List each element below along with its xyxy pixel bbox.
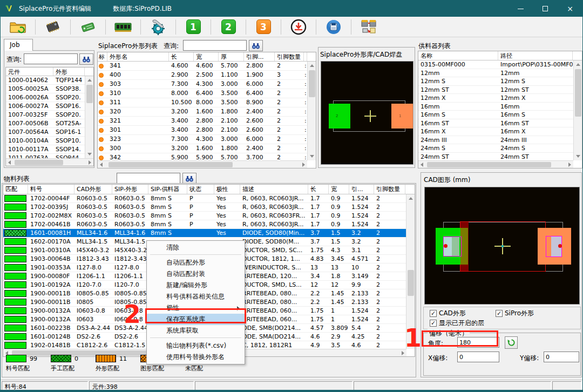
mat-col-polarity[interactable]: 极性 (214, 185, 240, 194)
mat-col-sipshape[interactable]: SIP-外形 (112, 185, 148, 194)
shape-col-width[interactable]: 宽 (194, 52, 219, 61)
material-row[interactable]: 1601-00081H MLL34-1.6 MLL34-1.6 8mm S Ye… (3, 229, 415, 238)
mat-col-match[interactable]: 匹配 (3, 185, 28, 194)
feeder-row[interactable]: 16mm 16mm (418, 103, 582, 111)
step-3-button[interactable]: 3 (254, 18, 273, 36)
shape-row[interactable]: 303 7.300 4.300 3.000 6.000 2 : (98, 80, 316, 89)
job-vscrollbar[interactable] (85, 76, 93, 158)
shape-vscroll-thumb[interactable] (309, 70, 315, 97)
job-row[interactable]: 1005-00025A SSOP38. (6, 85, 93, 93)
mat-col-sipfeeder[interactable]: SIP-供料器 (148, 185, 187, 194)
shape-row[interactable]: 311 10.500 8.000 3.500 8.900 2 : (98, 98, 316, 107)
job-row[interactable]: 1006-00027A SSOP16. (6, 102, 93, 111)
shape-row[interactable]: 301 3.400 2.800 2.100 2.600 2 : (98, 126, 316, 135)
feeder-row[interactable]: 12mm 12mm (418, 69, 582, 78)
feeder-row[interactable]: 12mm S 12mm S (418, 77, 582, 86)
shape-search-input[interactable] (183, 40, 247, 51)
job-hscroll-thumb[interactable] (15, 160, 63, 165)
feeder-row[interactable]: 12mm X 12mm X (418, 94, 582, 103)
shape-col-thickness[interactable]: 厚 (219, 52, 244, 61)
job-row[interactable]: 1007-00325F SSOP20. (6, 111, 93, 119)
minimize-button[interactable] (508, 1, 533, 17)
shape-hscroll-thumb[interactable] (109, 162, 233, 167)
job-vscroll-thumb[interactable] (86, 85, 93, 103)
show-layers-checkbox[interactable]: ✓ 显示已开启的层 (430, 319, 484, 328)
material-search-button[interactable] (182, 173, 196, 184)
job-row[interactable]: 1011-00763A SSOP44 (6, 154, 93, 158)
shape-row[interactable]: 310 8.000 6.400 3.500 6.400 2 : (98, 89, 316, 98)
job-col-component[interactable]: 元件 (6, 67, 53, 76)
feeder-row[interactable]: 16mm X 16mm X (418, 127, 582, 136)
shape-row[interactable]: 341 4.600 4.600 5.700 2.800 2 : (98, 62, 316, 71)
material-row[interactable]: 1702-00461B R0603-0.5 R0603-0.5 8mm S P … (3, 220, 415, 229)
context-menu-item[interactable]: 自动匹配外形 (147, 257, 245, 268)
feeder-col-name[interactable]: 名称 (418, 51, 498, 60)
feeder-row[interactable]: 16mm S 16mm S (418, 111, 582, 119)
job-col-shape[interactable]: 外形 (53, 67, 85, 76)
close-button[interactable]: × (558, 1, 582, 17)
sipro-shape-checkbox[interactable]: ✓ SiPro外形 (496, 309, 534, 318)
shape-row[interactable]: 400 2.900 2.500 1.100 1.900 3 : (98, 71, 316, 80)
feeder-row[interactable]: 24mm S 24mm S (418, 144, 582, 153)
feeder-vscroll-thumb[interactable] (575, 69, 581, 117)
mat-col-width[interactable]: 宽 (329, 185, 349, 194)
shape-search-button[interactable] (249, 40, 263, 51)
mat-col-pitch[interactable]: 引... (349, 185, 374, 194)
shape-row[interactable]: 321 3.400 2.800 2.100 2.600 2 : (98, 117, 316, 126)
mat-col-length[interactable]: 长 (308, 185, 329, 194)
mat-col-cadshape[interactable]: CAD外形 (74, 185, 112, 194)
job-row[interactable]: 1007-00506B SOT25A- (6, 119, 93, 128)
shape-col-name[interactable]: 外形名 (107, 52, 169, 61)
shape-hscrollbar[interactable] (98, 160, 307, 168)
shape-row[interactable]: 342 5.900 5.900 5.700 3.700 2 : (98, 153, 316, 160)
shape-col-pincount[interactable]: 引脚数量 (275, 52, 304, 61)
open-folder-button[interactable] (8, 18, 28, 36)
mat-col-status[interactable]: 状态 (187, 185, 214, 194)
context-menu-item[interactable]: 清除 (147, 242, 245, 253)
material-row[interactable]: 1702-00395J R0603-0.5 R0603-0.5 8mm S P … (3, 203, 415, 212)
shape-row[interactable]: 323 7.300 4.300 3.000 6.000 2 : (98, 135, 316, 144)
shape-col-length[interactable]: 长 (169, 52, 194, 61)
shape-row[interactable]: 320 3.200 1.600 1.800 2.400 2 : (98, 107, 316, 117)
x-offset-input[interactable] (457, 352, 499, 362)
tools-button[interactable] (148, 18, 168, 36)
component-button[interactable] (43, 18, 63, 36)
maximize-button[interactable] (533, 1, 558, 17)
context-menu-item[interactable]: 自动匹配封装 (147, 268, 245, 280)
shape-vscrollbar[interactable] (307, 62, 316, 160)
job-row[interactable]: 1006-00026A SSOP20. (6, 93, 93, 102)
mat-col-pincount[interactable]: 引脚数量 (374, 185, 405, 194)
mat-col-description[interactable]: 描述 (240, 185, 308, 194)
context-menu-item[interactable]: 新建/编辑外形 (147, 280, 245, 291)
step-1-button[interactable]: 1 (184, 18, 203, 36)
shape-col-clipped[interactable] (304, 52, 307, 61)
sync-button[interactable] (359, 18, 378, 36)
feeder-vscrollbar[interactable] (573, 60, 582, 160)
download-button[interactable] (289, 18, 308, 36)
feeder-row[interactable]: 12mm ST 12mm ST (418, 86, 582, 94)
feeder-row[interactable]: 24mm III 24mm III (418, 136, 582, 145)
job-search-input[interactable] (24, 53, 78, 64)
save-button[interactable] (324, 18, 343, 36)
tab-job[interactable]: Job (4, 39, 33, 51)
step-2-button[interactable]: 2 (219, 18, 238, 36)
context-menu-item[interactable]: 系统库获取 (147, 325, 245, 336)
context-menu-item[interactable]: 料号供料器相关信息 (147, 291, 245, 302)
material-row[interactable]: 1702-002M8X R0603-0.5 R0603-0.5 8mm S P … (3, 212, 415, 220)
feeder-hscrollbar[interactable] (418, 160, 573, 168)
job-search-button[interactable] (79, 53, 93, 65)
context-menu-item[interactable]: 输出物料列表(*.csv) (147, 340, 245, 352)
job-row[interactable]: 1007-00564A SOP16-1 (6, 128, 93, 137)
y-offset-input[interactable] (544, 352, 579, 362)
material-search-input[interactable] (117, 173, 180, 184)
shape-col-mark[interactable]: 标 (98, 52, 107, 61)
memory-button[interactable] (113, 18, 133, 36)
material-row[interactable]: 1702-00044F R0603-0.5 R0603-0.5 8mm S P … (3, 194, 415, 203)
context-menu-item[interactable]: 使用料号替换外形名 (147, 352, 245, 363)
mat-col-part[interactable]: 料号 (28, 185, 74, 194)
cad-shape-checkbox[interactable]: ✓ CAD外形 (430, 309, 466, 318)
shape-row[interactable]: 300 3.200 1.600 1.800 2.400 2 : (98, 144, 316, 153)
tag-button[interactable] (78, 18, 98, 36)
feeder-col-path[interactable]: 路径 (498, 51, 573, 60)
feeder-row[interactable]: 24mm ST 24mm ST (418, 153, 582, 161)
